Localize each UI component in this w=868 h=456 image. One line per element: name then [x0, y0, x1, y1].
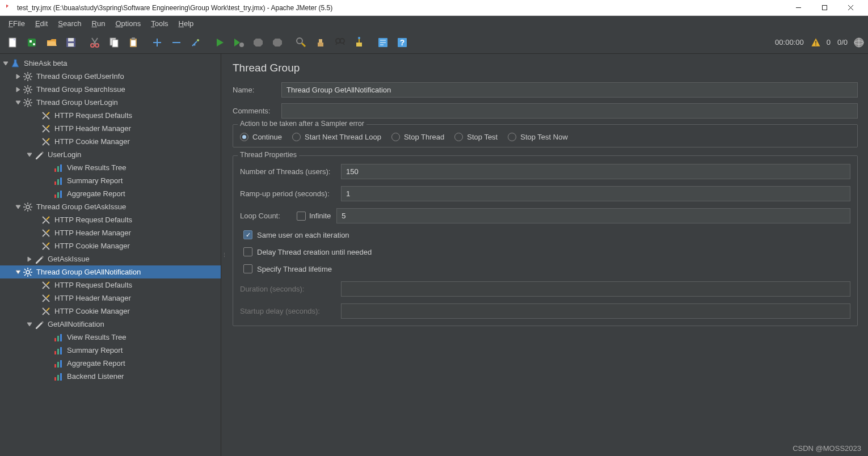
- minimize-button[interactable]: [785, 0, 811, 16]
- radio-label: Stop Test Now: [520, 133, 568, 141]
- tree-node-listener[interactable]: View Results Tree: [0, 161, 221, 174]
- toolbar-open-button[interactable]: [44, 35, 60, 50]
- expand-icon[interactable]: [26, 151, 33, 158]
- close-button[interactable]: [837, 0, 863, 16]
- tree-node-listener[interactable]: Summary Report: [0, 174, 221, 187]
- toolbar-new-button[interactable]: [5, 35, 21, 50]
- tree-label: GetAllNotification: [48, 320, 104, 328]
- svg-rect-125: [60, 347, 62, 354]
- toolbar-clear-all-button[interactable]: [313, 35, 328, 50]
- same-user-checkbox[interactable]: Same user on each iteration: [243, 230, 850, 239]
- tree-node-config[interactable]: HTTP Cookie Manager: [0, 239, 221, 252]
- toolbar-clear-button[interactable]: [293, 35, 309, 50]
- menu-edit[interactable]: Edit: [30, 18, 53, 29]
- tree-node-thread-group[interactable]: Thread Group GetUserInfo: [0, 70, 221, 83]
- comments-field[interactable]: [281, 103, 858, 119]
- toolbar-cut-button[interactable]: [87, 35, 103, 50]
- radio-stop-test[interactable]: Stop Test: [454, 133, 498, 141]
- maximize-button[interactable]: [811, 0, 837, 16]
- tree-node-listener[interactable]: Backend Listener: [0, 370, 221, 383]
- tree-node-thread-group[interactable]: Thread Group SearchIssue: [0, 83, 221, 96]
- tree-node-listener[interactable]: View Results Tree: [0, 331, 221, 344]
- tree-node-thread-group[interactable]: Thread Group GetAskIssue: [0, 200, 221, 213]
- collapse-icon[interactable]: [15, 86, 22, 93]
- radio-continue[interactable]: Continue: [240, 133, 282, 141]
- loop-infinite-checkbox[interactable]: Infinite: [297, 212, 331, 221]
- tree-node-config[interactable]: HTTP Request Defaults: [0, 213, 221, 226]
- expand-icon[interactable]: [15, 99, 22, 106]
- expand-icon[interactable]: [15, 269, 22, 276]
- tree-node-sampler[interactable]: GetAskIssue: [0, 252, 221, 265]
- toolbar-templates-button[interactable]: [24, 35, 40, 50]
- tree-node-listener[interactable]: Aggregate Report: [0, 187, 221, 200]
- expand-icon[interactable]: [15, 204, 22, 210]
- name-field[interactable]: [281, 82, 858, 98]
- tree-node-sampler[interactable]: GetAllNotification: [0, 318, 221, 331]
- menu-run[interactable]: Run: [87, 18, 111, 29]
- chart-icon: [53, 358, 64, 369]
- svg-point-28: [239, 43, 244, 47]
- svg-rect-124: [57, 349, 59, 354]
- tree-node-config[interactable]: HTTP Header Manager: [0, 292, 221, 305]
- tree-node-root[interactable]: ShieAsk beta: [0, 57, 221, 70]
- collapse-icon[interactable]: [15, 73, 22, 80]
- toolbar-copy-button[interactable]: [106, 35, 122, 50]
- toolbar-start-no-pause-button[interactable]: [231, 35, 247, 50]
- toolbar-collapse-button[interactable]: [168, 35, 184, 50]
- tree-node-sampler[interactable]: UserLogin: [0, 148, 221, 161]
- tree-node-thread-group-selected[interactable]: Thread Group GetAllNotification: [0, 265, 221, 278]
- toolbar-stop-button[interactable]: [250, 35, 266, 50]
- chart-icon: [53, 345, 64, 356]
- tree-node-config[interactable]: HTTP Request Defaults: [0, 109, 221, 122]
- toolbar-help-button[interactable]: ?: [394, 35, 410, 50]
- specify-lifetime-checkbox[interactable]: Specify Thread lifetime: [243, 264, 850, 273]
- menu-options[interactable]: Options: [110, 18, 146, 29]
- tree-pane[interactable]: ShieAsk beta Thread Group GetUserInfo Th…: [0, 54, 221, 456]
- num-threads-field[interactable]: [341, 164, 850, 179]
- toolbar-function-helper-button[interactable]: [375, 35, 391, 50]
- menu-search[interactable]: Search: [53, 18, 86, 29]
- tree-node-listener[interactable]: Summary Report: [0, 344, 221, 357]
- radio-stop-thread[interactable]: Stop Thread: [391, 133, 444, 141]
- tree-node-thread-group[interactable]: Thread Group UserLogin: [0, 96, 221, 109]
- svg-rect-129: [54, 377, 56, 381]
- menu-tools[interactable]: Tools: [146, 18, 173, 29]
- rampup-field[interactable]: [341, 186, 850, 201]
- toolbar-shutdown-button[interactable]: [269, 35, 285, 50]
- tree-node-config[interactable]: HTTP Header Manager: [0, 226, 221, 239]
- main-split: ShieAsk beta Thread Group GetUserInfo Th…: [0, 54, 868, 456]
- delay-thread-checkbox[interactable]: Delay Thread creation until needed: [243, 247, 850, 256]
- tree-node-config[interactable]: HTTP Cookie Manager: [0, 305, 221, 318]
- radio-start-next[interactable]: Start Next Thread Loop: [292, 133, 381, 141]
- toolbar-save-button[interactable]: [63, 35, 79, 50]
- svg-rect-120: [54, 338, 56, 341]
- num-threads-label: Number of Threads (users):: [240, 167, 341, 176]
- toolbar-start-button[interactable]: [212, 35, 227, 50]
- tree-label: HTTP Header Manager: [54, 294, 131, 302]
- expand-icon[interactable]: [26, 321, 33, 328]
- menu-file[interactable]: FFileFile: [3, 18, 30, 29]
- svg-line-112: [24, 269, 26, 271]
- toolbar-expand-button[interactable]: [149, 35, 165, 50]
- menu-help[interactable]: Help: [174, 18, 199, 29]
- tree-label: Thread Group GetAskIssue: [36, 202, 126, 211]
- radio-stop-test-now[interactable]: Stop Test Now: [508, 133, 568, 141]
- toolbar-paste-button[interactable]: [125, 35, 141, 50]
- tree-node-config[interactable]: HTTP Header Manager: [0, 122, 221, 135]
- tree-label: HTTP Request Defaults: [54, 111, 132, 120]
- tree-node-config[interactable]: HTTP Cookie Manager: [0, 135, 221, 148]
- thread-properties-fieldset: Thread Properties Number of Threads (use…: [233, 155, 858, 326]
- expand-icon[interactable]: [2, 60, 9, 67]
- svg-rect-122: [60, 334, 62, 341]
- loop-count-field[interactable]: [336, 208, 850, 223]
- svg-rect-17: [112, 40, 118, 47]
- tree-node-config[interactable]: HTTP Request Defaults: [0, 278, 221, 292]
- splitter[interactable]: ⋮: [221, 54, 225, 456]
- toolbar-toggle-button[interactable]: [188, 35, 204, 50]
- toolbar-search-button[interactable]: [332, 35, 348, 50]
- toolbar-reset-search-button[interactable]: [351, 35, 367, 50]
- tree-node-listener[interactable]: Aggregate Report: [0, 357, 221, 370]
- svg-line-100: [24, 209, 26, 210]
- warning-icon[interactable]: !: [811, 37, 821, 48]
- collapse-icon[interactable]: [26, 256, 33, 263]
